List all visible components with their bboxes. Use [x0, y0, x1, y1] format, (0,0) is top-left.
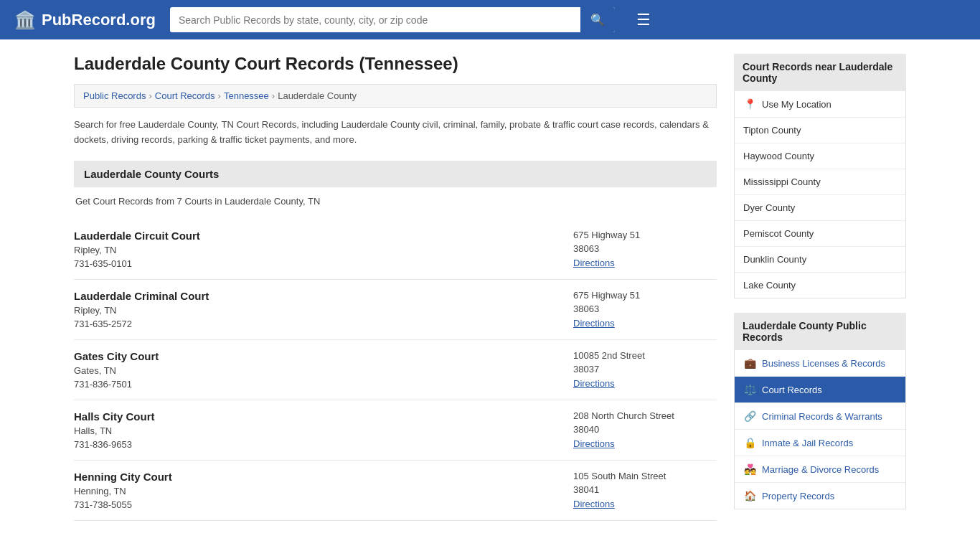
directions-link[interactable]: Directions [573, 258, 615, 268]
search-button[interactable]: 🔍 [580, 7, 615, 32]
breadcrumb: Public Records › Court Records › Tenness… [74, 84, 717, 108]
directions-link[interactable]: Directions [573, 438, 615, 449]
sidebar-nearby-label: Mississippi County [743, 176, 821, 187]
site-logo[interactable]: 🏛️ PubRecord.org [14, 10, 156, 30]
sidebar-nearby-county: Mississippi County [735, 169, 905, 195]
court-entry: Gates City Court Gates, TN 731-836-7501 … [74, 340, 717, 400]
court-name: Henning City Court [74, 471, 172, 483]
sidebar-public-records-link[interactable]: 💼 Business Licenses & Records [735, 350, 905, 376]
logo-text: PubRecord.org [42, 11, 156, 29]
record-type-icon: 🔗 [743, 410, 756, 422]
court-city: Ripley, TN [74, 305, 209, 316]
public-records-section: Lauderdale County Public Records 💼 Busin… [734, 313, 906, 509]
sidebar-public-records-link[interactable]: 💑 Marriage & Divorce Records [735, 456, 905, 482]
breadcrumb-public-records[interactable]: Public Records [83, 90, 146, 101]
court-info: Halls City Court Halls, TN 731-836-9653 [74, 410, 155, 450]
sidebar-nearby-link[interactable]: Mississippi County [735, 169, 905, 194]
sidebar-public-records-label: Business Licenses & Records [762, 358, 885, 369]
sidebar-nearby-link[interactable]: Dyer County [735, 195, 905, 220]
record-type-icon: ⚖️ [743, 384, 756, 395]
breadcrumb-court-records[interactable]: Court Records [155, 90, 215, 101]
directions-link[interactable]: Directions [573, 378, 615, 389]
court-name: Gates City Court [74, 350, 159, 362]
sidebar-nearby-county: Haywood County [735, 143, 905, 169]
court-zip: 38041 [573, 484, 717, 495]
public-records-title: Lauderdale County Public Records [734, 313, 906, 350]
record-type-icon: 💑 [743, 463, 756, 475]
sidebar-use-location: 📍 Use My Location [735, 91, 905, 118]
sidebar: Court Records near Lauderdale County 📍 U… [734, 54, 906, 524]
court-phone: 731-836-7501 [74, 379, 159, 390]
sidebar-nearby-link[interactable]: Haywood County [735, 143, 905, 169]
sidebar-public-records-link[interactable]: ⚖️ Court Records [735, 377, 905, 402]
court-info: Gates City Court Gates, TN 731-836-7501 [74, 350, 159, 390]
sidebar-nearby-link[interactable]: Tipton County [735, 118, 905, 143]
court-zip: 38037 [573, 364, 717, 375]
court-phone: 731-738-5055 [74, 499, 172, 510]
sidebar-nearby-county: Dyer County [735, 195, 905, 221]
sidebar-nearby-link[interactable]: 📍 Use My Location [735, 91, 905, 117]
court-name: Lauderdale Criminal Court [74, 290, 209, 302]
directions-link[interactable]: Directions [573, 499, 615, 509]
sidebar-nearby-label: Lake County [743, 280, 796, 291]
sidebar-nearby-label: Dunklin County [743, 254, 806, 265]
sidebar-nearby-link[interactable]: Lake County [735, 273, 905, 298]
sidebar-nearby-label: Pemiscot County [743, 228, 814, 239]
court-zip: 38063 [573, 303, 717, 314]
sidebar-public-records-link[interactable]: 🏠 Property Records [735, 483, 905, 509]
courts-section-header: Lauderdale County Courts [74, 161, 717, 187]
sidebar-nearby-link[interactable]: Pemiscot County [735, 221, 905, 246]
court-street: 675 Highway 51 [573, 290, 717, 301]
court-address-block: 208 North Church Street 38040 Directions [573, 410, 717, 450]
menu-button[interactable]: ☰ [636, 11, 651, 29]
court-info: Lauderdale Criminal Court Ripley, TN 731… [74, 290, 209, 329]
sidebar-public-records-item: 🔒 Inmate & Jail Records [735, 430, 905, 456]
sidebar-nearby-county: Dunklin County [735, 247, 905, 273]
search-bar: 🔍 [170, 7, 615, 32]
nearby-list: 📍 Use My Location Tipton County Haywood … [734, 91, 906, 298]
courts-list: Lauderdale Circuit Court Ripley, TN 731-… [74, 220, 717, 521]
court-entry: Lauderdale Criminal Court Ripley, TN 731… [74, 280, 717, 340]
search-input[interactable] [170, 9, 580, 32]
court-address-block: 675 Highway 51 38063 Directions [573, 230, 717, 269]
record-type-icon: 🏠 [743, 490, 756, 501]
main-content: Lauderdale County Court Records (Tenness… [74, 54, 717, 524]
sidebar-nearby-link[interactable]: Dunklin County [735, 247, 905, 272]
page-title: Lauderdale County Court Records (Tenness… [74, 54, 717, 74]
sidebar-nearby-county: Tipton County [735, 118, 905, 143]
court-address-block: 675 Highway 51 38063 Directions [573, 290, 717, 329]
court-city: Halls, TN [74, 425, 155, 436]
court-address-block: 105 South Main Street 38041 Directions [573, 471, 717, 510]
court-address-block: 10085 2nd Street 38037 Directions [573, 350, 717, 390]
sidebar-nearby-label: Use My Location [762, 99, 831, 110]
record-type-icon: 🔒 [743, 437, 756, 448]
sidebar-public-records-item: 🏠 Property Records [735, 483, 905, 509]
breadcrumb-tennessee[interactable]: Tennessee [224, 90, 269, 101]
sidebar-public-records-item: 💼 Business Licenses & Records [735, 350, 905, 377]
directions-link[interactable]: Directions [573, 318, 615, 329]
sidebar-public-records-label: Marriage & Divorce Records [762, 464, 879, 475]
sidebar-public-records-label: Inmate & Jail Records [762, 438, 853, 448]
sidebar-nearby-county: Pemiscot County [735, 221, 905, 247]
sidebar-public-records-label: Court Records [762, 385, 822, 395]
court-info: Lauderdale Circuit Court Ripley, TN 731-… [74, 230, 200, 269]
record-type-icon: 💼 [743, 357, 756, 369]
court-phone: 731-836-9653 [74, 439, 155, 450]
page-description: Search for free Lauderdale County, TN Co… [74, 118, 717, 148]
court-entry: Henning City Court Henning, TN 731-738-5… [74, 461, 717, 521]
location-icon: 📍 [743, 98, 756, 110]
logo-icon: 🏛️ [14, 10, 36, 30]
court-info: Henning City Court Henning, TN 731-738-5… [74, 471, 172, 510]
sidebar-public-records-link[interactable]: 🔒 Inmate & Jail Records [735, 430, 905, 456]
court-city: Gates, TN [74, 365, 159, 376]
sidebar-nearby-label: Dyer County [743, 202, 795, 213]
court-street: 105 South Main Street [573, 471, 717, 481]
sidebar-public-records-label: Property Records [762, 491, 834, 501]
sidebar-public-records-link[interactable]: 🔗 Criminal Records & Warrants [735, 403, 905, 429]
court-city: Ripley, TN [74, 245, 200, 255]
sidebar-public-records-item: ⚖️ Court Records [735, 377, 905, 403]
court-phone: 731-635-2572 [74, 319, 209, 329]
court-zip: 38063 [573, 243, 717, 254]
sidebar-public-records-item: 💑 Marriage & Divorce Records [735, 456, 905, 483]
sidebar-public-records-label: Criminal Records & Warrants [762, 411, 882, 422]
